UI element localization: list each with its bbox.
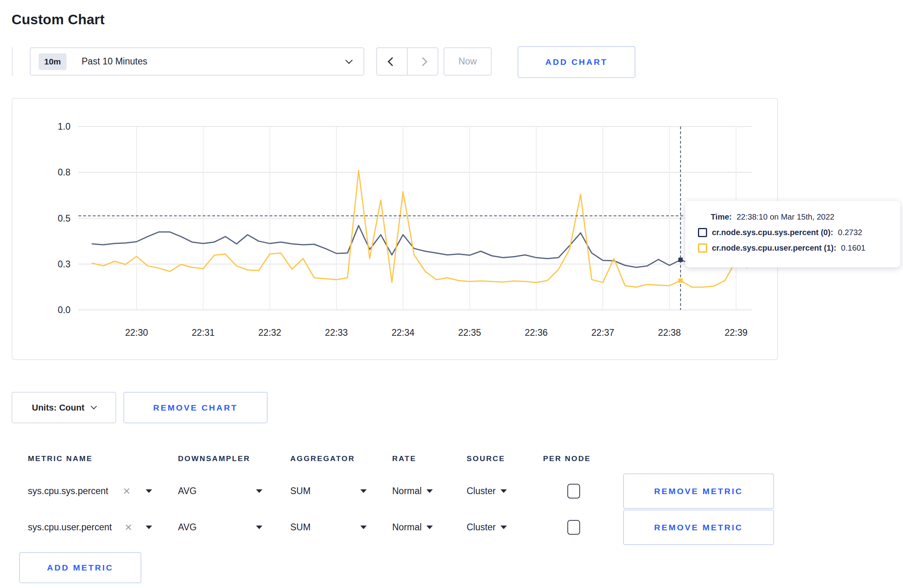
sys-series-swatch-icon [698,228,707,237]
downsampler-value: AVG [178,486,197,496]
metric-name-select[interactable]: sys.cpu.sys.percent ✕ [28,486,152,497]
svg-text:0.3: 0.3 [58,259,70,269]
remove-chart-button[interactable]: REMOVE CHART [123,392,268,423]
metric-name-value: sys.cpu.user.percent [28,522,112,533]
svg-text:22:30: 22:30 [125,327,148,338]
column-header-metric-name: METRIC NAME [12,454,178,463]
caret-down-icon [360,489,367,493]
chart-hover-tooltip: Time: 22:38:10 on Mar 15th, 2022 cr.node… [685,201,900,267]
aggregator-value: SUM [290,522,311,533]
add-chart-button[interactable]: ADD CHART [518,46,635,78]
metric-row: sys.cpu.user.percent ✕ AVG SUM Normal [12,509,778,545]
svg-text:22:34: 22:34 [391,327,414,338]
metric-name-value: sys.cpu.sys.percent [28,486,108,496]
source-value: Cluster [467,486,496,496]
time-forward-button[interactable] [407,47,438,76]
caret-down-icon [500,526,507,529]
rate-value: Normal [392,486,422,496]
tooltip-series-row: cr.node.sys.cpu.user.percent (1): 0.1601 [698,242,900,254]
caret-down-icon [256,489,262,493]
chevron-right-icon [418,57,427,66]
column-header-aggregator: AGGREGATOR [290,454,392,463]
svg-text:22:36: 22:36 [525,327,548,338]
aggregator-select[interactable]: SUM [290,522,367,533]
remove-metric-button[interactable]: REMOVE METRIC [623,473,774,509]
chevron-down-icon [345,56,352,64]
time-nav-group [376,47,438,76]
cpu-percent-chart[interactable]: 0.00.30.50.81.022:3022:3122:3222:3322:34… [12,99,777,359]
caret-down-icon [146,526,152,529]
timeframe-label: Past 10 Minutes [82,56,346,67]
tooltip-time-value: 22:38:10 on Mar 15th, 2022 [737,212,835,222]
chevron-left-icon [387,57,397,66]
page-title: Custom Chart [12,12,105,27]
source-select[interactable]: Cluster [467,522,543,533]
caret-down-icon [360,526,367,529]
caret-down-icon [146,489,152,493]
metric-name-select[interactable]: sys.cpu.user.percent ✕ [28,522,152,533]
add-metric-button[interactable]: ADD METRIC [19,552,141,583]
caret-down-icon [426,489,433,493]
tooltip-series-label: cr.node.sys.cpu.user.percent (1): [712,243,836,253]
svg-text:22:35: 22:35 [458,327,481,338]
units-select[interactable]: Units: Count [12,392,116,423]
metrics-table: METRIC NAME DOWNSAMPLER AGGREGATOR RATE … [12,444,778,545]
clear-metric-icon[interactable]: ✕ [123,486,131,497]
clear-metric-icon[interactable]: ✕ [124,522,132,533]
tooltip-series-row: cr.node.sys.cpu.sys.percent (0): 0.2732 [698,226,900,238]
time-back-button[interactable] [376,47,407,76]
timeframe-select[interactable]: 10m Past 10 Minutes [30,47,364,76]
svg-text:22:33: 22:33 [325,327,348,338]
downsampler-value: AVG [178,522,197,533]
svg-text:0.5: 0.5 [58,213,70,224]
column-header-source: SOURCE [467,454,543,463]
timeframe-badge: 10m [39,53,66,70]
column-header-per-node: PER NODE [543,454,612,463]
per-node-checkbox[interactable] [567,484,580,498]
tooltip-series-label: cr.node.sys.cpu.sys.percent (0): [712,228,833,237]
user-series-swatch-icon [698,243,707,253]
aggregator-select[interactable]: SUM [290,486,367,496]
svg-text:22:32: 22:32 [258,327,281,338]
remove-metric-button[interactable]: REMOVE METRIC [623,510,774,545]
metric-row: sys.cpu.sys.percent ✕ AVG SUM Normal [12,473,778,509]
rate-value: Normal [392,522,422,533]
svg-text:22:38: 22:38 [658,327,681,338]
per-node-checkbox[interactable] [567,520,580,535]
source-value: Cluster [467,522,496,533]
rate-select[interactable]: Normal [392,522,467,533]
caret-down-icon [426,526,433,529]
svg-text:22:39: 22:39 [725,327,748,338]
tooltip-time-label: Time: [711,212,732,222]
units-label: Units: Count [32,403,84,413]
column-header-downsampler: DOWNSAMPLER [178,454,290,463]
tooltip-time-row: Time: 22:38:10 on Mar 15th, 2022 [711,211,900,223]
caret-down-icon [256,526,262,529]
svg-text:0.8: 0.8 [58,167,70,177]
chevron-down-icon [91,403,97,410]
tooltip-series-value: 0.1601 [841,243,865,253]
now-button[interactable]: Now [444,47,492,76]
svg-text:0.0: 0.0 [58,305,70,315]
rate-select[interactable]: Normal [392,486,467,496]
caret-down-icon [500,489,507,493]
tooltip-series-value: 0.2732 [838,228,862,237]
column-header-rate: RATE [392,454,467,463]
metrics-table-header: METRIC NAME DOWNSAMPLER AGGREGATOR RATE … [12,444,778,473]
svg-text:1.0: 1.0 [58,121,70,132]
svg-text:22:37: 22:37 [591,327,614,338]
svg-text:22:31: 22:31 [192,327,215,338]
downsampler-select[interactable]: AVG [178,522,262,533]
aggregator-value: SUM [290,486,311,496]
downsampler-select[interactable]: AVG [178,486,262,496]
chart-card: 0.00.30.50.81.022:3022:3122:3222:3322:34… [12,98,778,360]
source-select[interactable]: Cluster [467,486,543,496]
toolbar-divider [12,47,13,76]
